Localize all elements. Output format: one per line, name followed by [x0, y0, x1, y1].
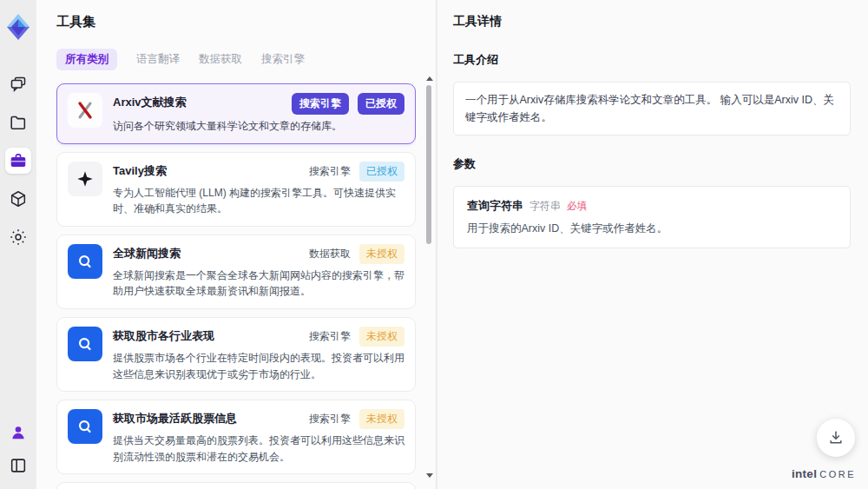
sidebar-item-settings[interactable]: [5, 224, 31, 250]
sidebar-item-files[interactable]: [5, 109, 31, 135]
gear-icon: [9, 228, 28, 247]
tool-card-arxiv[interactable]: Arxiv文献搜索 搜索引擎 已授权 访问各个研究领域大量科学论文和文章的存储库…: [56, 83, 416, 144]
tool-title: Tavily搜索: [113, 162, 167, 179]
tool-description: 提供股票市场各个行业在特定时间段内的表现。投资者可以利用这些信息来识别表现优于或…: [113, 350, 404, 382]
rail-bottom: [5, 420, 31, 479]
param-type: 字符串: [529, 199, 561, 214]
sidebar-item-user[interactable]: [5, 420, 31, 446]
app-window: 工具集 所有类别 语言翻译 数据获取 搜索引擎 Arxiv文献搜索: [0, 0, 868, 489]
tool-description: 全球新闻搜索是一个聚合全球各大新闻网站内容的搜索引擎，帮助用户快速获取全球最新资…: [113, 268, 404, 300]
sidebar-item-chat[interactable]: [5, 71, 31, 97]
tool-detail-panel: 工具详情 工具介绍 一个用于从Arxiv存储库搜索科学论文和文章的工具。 输入可…: [436, 0, 868, 489]
scrollbar-up-arrow[interactable]: [426, 76, 433, 81]
scrollbar-down-arrow[interactable]: [426, 473, 433, 478]
tool-description: 提供当天交易量最高的股票列表。投资者可以利用这些信息来识别流动性强的股票和潜在的…: [113, 433, 404, 465]
tool-card-sector-performance[interactable]: 获取股市各行业表现 搜索引擎 未授权 提供股票市场各个行业在特定时间段内的表现。…: [56, 317, 416, 392]
blue-search-icon: [68, 409, 102, 444]
sparkle-icon: [68, 162, 102, 196]
auth-badge: 未授权: [359, 244, 404, 264]
param-description: 用于搜索的Arxiv ID、关键字或作者姓名。: [467, 221, 837, 236]
tool-title: 全球新闻搜索: [113, 244, 181, 261]
briefcase-icon: [9, 151, 28, 170]
auth-badge: 已授权: [359, 162, 404, 182]
tool-card-list: Arxiv文献搜索 搜索引擎 已授权 访问各个研究领域大量科学论文和文章的存储库…: [56, 83, 416, 489]
param-name: 查询字符串: [467, 198, 523, 214]
category-tabs: 所有类别 语言翻译 数据获取 搜索引擎: [56, 49, 436, 70]
sidebar-item-collapse[interactable]: [5, 453, 31, 479]
category-badge: 搜索引擎: [309, 329, 351, 344]
tool-card-global-news[interactable]: 全球新闻搜索 数据获取 未授权 全球新闻搜索是一个聚合全球各大新闻网站内容的搜索…: [56, 235, 416, 309]
blue-search-icon: [68, 327, 102, 361]
app-logo-icon: [5, 12, 31, 42]
download-icon: [827, 429, 845, 446]
auth-badge: 未授权: [359, 327, 404, 347]
arxiv-icon: [68, 93, 102, 128]
sidebar-item-package[interactable]: [5, 186, 31, 212]
tool-title: 获取市场最活跃股票信息: [113, 409, 237, 426]
param-required-badge: 必填: [567, 200, 587, 213]
list-scrollbar[interactable]: [424, 76, 433, 482]
category-badge: 搜索引擎: [309, 164, 351, 179]
tool-card-active-stocks[interactable]: 获取市场最活跃股票信息 搜索引擎 未授权 提供当天交易量最高的股票列表。投资者可…: [56, 400, 416, 474]
tool-card-tavily[interactable]: Tavily搜索 搜索引擎 已授权 专为人工智能代理 (LLM) 构建的搜索引擎…: [56, 152, 416, 227]
tab-search-engine[interactable]: 搜索引擎: [261, 52, 305, 67]
category-badge: 搜索引擎: [292, 93, 349, 115]
icon-rail: [0, 0, 36, 489]
tab-all-categories[interactable]: 所有类别: [56, 49, 117, 70]
tool-title: Arxiv文献搜索: [113, 93, 187, 110]
param-card: 查询字符串 字符串 必填 用于搜索的Arxiv ID、关键字或作者姓名。: [453, 186, 851, 248]
detail-title: 工具详情: [453, 14, 851, 30]
tool-title: 获取股市各行业表现: [113, 327, 214, 344]
folder-icon: [9, 113, 28, 132]
tool-card-regional-news[interactable]: 万维地区新闻查询 搜索引擎 未授权 查询具体行政区划内的新闻，快速了解各地新闻动: [56, 482, 416, 489]
tab-language-translation[interactable]: 语言翻译: [136, 52, 180, 67]
scrollbar-thumb[interactable]: [426, 85, 431, 244]
blue-search-icon: [68, 244, 102, 279]
user-icon: [9, 423, 28, 442]
intro-text: 一个用于从Arxiv存储库搜索科学论文和文章的工具。 输入可以是Arxiv ID…: [453, 82, 851, 135]
intro-heading: 工具介绍: [453, 52, 851, 68]
panel-layout-icon: [9, 456, 28, 475]
category-badge: 数据获取: [309, 247, 351, 261]
tab-data-acquisition[interactable]: 数据获取: [199, 52, 242, 67]
brand-intel-text: intel: [792, 467, 817, 480]
intel-core-logo: intel core: [792, 467, 856, 480]
tool-description: 专为人工智能代理 (LLM) 构建的搜索引擎工具。可快速提供实时、准确和真实的结…: [113, 185, 404, 217]
auth-badge: 已授权: [358, 93, 404, 115]
params-heading: 参数: [453, 156, 851, 172]
chat-icon: [9, 75, 28, 94]
download-button[interactable]: [817, 419, 855, 457]
tool-list-panel: 工具集 所有类别 语言翻译 数据获取 搜索引擎 Arxiv文献搜索: [36, 0, 436, 489]
auth-badge: 未授权: [359, 409, 404, 429]
rail-nav: [5, 71, 31, 250]
page-title: 工具集: [56, 14, 436, 30]
brand-core-text: core: [819, 469, 856, 479]
category-badge: 搜索引擎: [309, 412, 351, 426]
sidebar-item-toolbox[interactable]: [5, 148, 31, 174]
tool-description: 访问各个研究领域大量科学论文和文章的存储库。: [113, 118, 404, 135]
cube-icon: [9, 189, 28, 208]
